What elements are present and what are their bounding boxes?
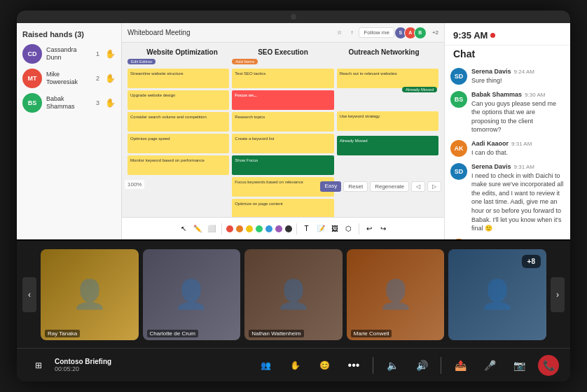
msg-text-2: Can you guys please send me the options …: [471, 99, 565, 134]
whiteboard-avatars: S A B: [397, 27, 427, 39]
control-icons: 👥 ✋ 😊 ••• 🔈 🔊 📤 🎤 📷 📞: [255, 355, 559, 376]
camera: [291, 14, 296, 20]
grid-button[interactable]: ⊞: [28, 355, 49, 376]
redo-tool[interactable]: ↪: [378, 223, 389, 234]
pen-tool[interactable]: ✏️: [192, 223, 203, 234]
ctrl-separator-2: [441, 357, 441, 374]
prev-arrow[interactable]: ‹: [22, 277, 36, 312]
video-bar: ‹ 👤 Ray Tanaka 👤 Charlotte de Crum 👤: [17, 239, 570, 348]
color-purple[interactable]: [275, 225, 282, 232]
msg-content-1: Serena Davis 9:24 AM Sure thing!: [471, 68, 565, 85]
meeting-info: Contoso Briefing 00:05:20: [55, 358, 249, 372]
camera-button[interactable]: 📷: [509, 355, 530, 376]
msg-content-2: Babak Shammas 9:30 AM Can you guys pleas…: [471, 91, 565, 134]
next-arrow[interactable]: ›: [551, 277, 565, 312]
more-button[interactable]: •••: [343, 355, 364, 376]
msg-time-3: 9:31 AM: [511, 141, 532, 147]
sticky-tool[interactable]: 📝: [315, 223, 326, 234]
raised-hands-title: Raised hands (3): [22, 30, 116, 38]
raise-hand-button[interactable]: ✋: [284, 355, 305, 376]
vol-up-button[interactable]: 🔊: [411, 355, 432, 376]
whiteboard-area: Whiteboard Meeting ☆ ↑ Follow me S A B +…: [122, 23, 444, 239]
meeting-name: Contoso Briefing: [55, 358, 249, 365]
undo-tool[interactable]: ↩: [364, 223, 375, 234]
recording-dot: [490, 33, 495, 38]
video-tile-marie[interactable]: 👤 Marie Conwell: [347, 249, 445, 340]
msg-text-4: I need to check in with Daichi to make s…: [471, 172, 565, 233]
hand-item-1: CD Cassandra Dunn 1 ✋: [22, 44, 116, 64]
sticky-note: Create a keyword list: [232, 134, 333, 153]
meeting-timer: 00:05:20: [55, 365, 249, 372]
video-tile-extra[interactable]: 👤 +8: [448, 249, 546, 340]
star-icon[interactable]: ☆: [334, 28, 345, 37]
nav-icon-2[interactable]: ▷: [427, 181, 441, 192]
mic-button[interactable]: 🎤: [479, 355, 500, 376]
shapes-tool[interactable]: ⬡: [343, 223, 354, 234]
chat-time-area: 9:35 AM: [453, 30, 495, 41]
whiteboard-actions: ☆ ↑ Follow me S A B +2: [334, 27, 438, 39]
sticky-note: Optimize page speed: [127, 134, 229, 153]
msg-header-4: Serena Davis 9:31 AM: [471, 163, 565, 170]
msg-text-3: I can do that.: [471, 148, 565, 158]
wb-toolbar: ↖ ✏️ ⬜ T 📝 🖼 ⬡ ↩: [122, 217, 444, 239]
sticky-note: Upgrade website design: [127, 90, 229, 110]
reset-button[interactable]: Reset: [343, 181, 368, 192]
video-name-nathan: Nathan Wattenheim: [249, 330, 303, 337]
main-area: Raised hands (3) CD Cassandra Dunn 1 ✋ M…: [17, 23, 570, 239]
color-blue[interactable]: [265, 225, 272, 232]
text-tool[interactable]: T: [301, 223, 312, 234]
image-tool[interactable]: 🖼: [329, 223, 340, 234]
color-green[interactable]: [256, 225, 263, 232]
emoji-button[interactable]: 😊: [314, 355, 335, 376]
wb-extra-count: +2: [432, 29, 438, 36]
sticky-note: Consider search volume and competition: [127, 112, 229, 132]
msg-content-3: Aadi Kaaoor 9:31 AM I can do that.: [471, 140, 565, 158]
msg-name-1: Serena Davis: [471, 68, 511, 75]
chat-message-1: SD Serena Davis 9:24 AM Sure thing!: [450, 68, 565, 85]
eraser-tool[interactable]: ⬜: [206, 223, 217, 234]
end-call-button[interactable]: 📞: [538, 355, 559, 376]
avatar-mike: MT: [22, 69, 42, 88]
hand-emoji-1: ✋: [105, 49, 116, 59]
color-black[interactable]: [285, 225, 292, 232]
regenerate-button[interactable]: Regenerate: [370, 181, 409, 192]
monitor: Raised hands (3) CD Cassandra Dunn 1 ✋ M…: [17, 10, 570, 382]
chat-header: 9:35 AM: [445, 23, 570, 46]
color-red[interactable]: [226, 225, 233, 232]
whiteboard-content[interactable]: Website Optimization SEO Execution Outre…: [122, 43, 444, 217]
sticky-note: Test SEO tactics: [232, 69, 333, 88]
sticky-note: Streamline website structure: [127, 69, 229, 88]
person-silhouette-charlotte: 👤: [174, 278, 209, 311]
hand-name-2: Mike Toweresiak: [46, 71, 92, 86]
easy-button[interactable]: Easy: [320, 181, 341, 192]
msg-content-4: Serena Davis 9:31 AM I need to check in …: [471, 163, 565, 233]
avatar-babak: BS: [22, 93, 42, 113]
chat-message-2: BS Babak Shammas 9:30 AM Can you guys pl…: [450, 91, 565, 134]
col-title-1: Website Optimization: [132, 48, 233, 56]
chat-message-4: SD Serena Davis 9:31 AM I need to check …: [450, 163, 565, 233]
msg-avatar-3: AK: [450, 140, 467, 157]
vol-down-button[interactable]: 🔈: [382, 355, 403, 376]
share-icon[interactable]: ↑: [347, 28, 356, 37]
chat-title-row: Chat: [445, 46, 570, 64]
person-silhouette-nathan: 👤: [276, 278, 311, 311]
video-tile-charlotte[interactable]: 👤 Charlotte de Crum: [143, 249, 241, 340]
chat-messages[interactable]: SD Serena Davis 9:24 AM Sure thing! BS: [445, 64, 570, 239]
video-tile-ray[interactable]: 👤 Ray Tanaka: [41, 249, 139, 340]
cursor-tool[interactable]: ↖: [178, 223, 189, 234]
chat-time: 9:35 AM: [453, 30, 488, 41]
color-orange[interactable]: [236, 225, 243, 232]
hand-emoji-3: ✋: [105, 98, 116, 108]
raised-hands-panel: Raised hands (3) CD Cassandra Dunn 1 ✋ M…: [17, 23, 122, 239]
chat-title: Chat: [453, 48, 562, 59]
screenshare-button[interactable]: 📤: [450, 355, 471, 376]
more-participants-badge[interactable]: +8: [522, 255, 541, 268]
video-name-ray: Ray Tanaka: [45, 330, 80, 337]
people-button[interactable]: 👥: [255, 355, 276, 376]
video-tile-nathan[interactable]: 👤 Nathan Wattenheim: [244, 249, 343, 340]
color-yellow[interactable]: [246, 225, 253, 232]
follow-me-button[interactable]: Follow me: [359, 27, 394, 38]
msg-time-4: 9:31 AM: [514, 164, 534, 170]
sticky-note: Monitor keyword based on performance: [127, 155, 229, 175]
nav-icon-1[interactable]: ◁: [411, 181, 425, 192]
